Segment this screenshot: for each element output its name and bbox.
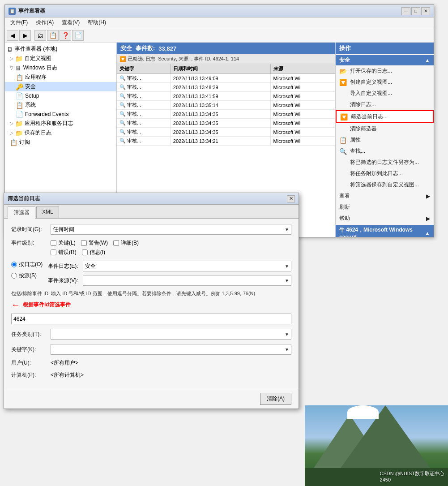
row-keyword: 🔍 审核... [117, 119, 170, 128]
maximize-button[interactable]: □ [411, 7, 420, 15]
action-save-filter[interactable]: 将筛选器保存到自定义视图... [336, 179, 434, 190]
action-import-view[interactable]: 导入自定义视图... [336, 88, 434, 99]
menu-view[interactable]: 查看(V) [58, 18, 83, 27]
error-checkbox[interactable] [51, 249, 56, 255]
task-category-combo[interactable]: ▼ [51, 329, 291, 340]
expand-icon: ▷ [10, 56, 15, 61]
props-icon: 📋 [339, 137, 347, 144]
row-source: Microsoft Wi [270, 74, 335, 83]
warning-label: 警告(W) [89, 239, 108, 247]
table-row[interactable]: 🔍 审核... 2022/11/13 13:49:09 Microsoft Wi [117, 74, 335, 83]
row-keyword: 🔍 审核... [117, 110, 170, 119]
check-warning[interactable]: 警告(W) [81, 239, 108, 247]
action-help[interactable]: 帮助 ▶ [336, 213, 434, 224]
action-refresh[interactable]: 刷新 [336, 202, 434, 213]
tree-windows-log[interactable]: ▽ 🖥 Windows 日志 [5, 63, 116, 73]
tree-subscriptions[interactable]: 📋 订阅 [5, 138, 116, 147]
action-view-label: 查看 [339, 192, 350, 200]
event-level-label: 事件级别: [11, 239, 47, 247]
event-level-row2: 错误(R) 信息(I) [51, 249, 291, 256]
page-button[interactable]: 📄 [72, 30, 84, 41]
menu-help[interactable]: 帮助(H) [84, 18, 110, 27]
table-row[interactable]: 🔍 审核... 2022/11/13 13:48:39 Microsoft Wi [117, 83, 335, 92]
tab-filter[interactable]: 筛选器 [8, 206, 35, 219]
menu-action[interactable]: 操作(A) [32, 18, 57, 27]
tree-security[interactable]: 🔑 安全 [5, 82, 116, 91]
dialog-close-button[interactable]: ✕ [287, 195, 295, 202]
tree-root[interactable]: 🖥 事件查看器 (本地) [5, 44, 116, 54]
check-detailed[interactable]: 详细(B) [113, 239, 139, 247]
check-info[interactable]: 信息(I) [82, 249, 105, 256]
record-time-combo[interactable]: 任何时间 ▼ [51, 224, 291, 235]
help-button[interactable]: ❓ [60, 30, 71, 41]
warning-checkbox[interactable] [81, 240, 87, 246]
forward-button[interactable]: ▶ [19, 30, 31, 41]
tree-system[interactable]: 📋 系统 [5, 100, 116, 110]
radio-by-source[interactable]: 按源(S) [11, 272, 43, 280]
action-save-filtered[interactable]: 将已筛选的日志文件另存为... [336, 157, 434, 168]
dialog-tabs: 筛选器 XML [4, 205, 299, 219]
table-row[interactable]: 🔍 审核... 2022/11/13 13:41:59 Microsoft Wi [117, 92, 335, 101]
folder-button[interactable]: 🗂 [34, 30, 46, 41]
tree-custom-views-label: 自定义视图 [25, 55, 51, 62]
table-row[interactable]: 🔍 审核... 2022/11/13 13:34:35 Microsoft Wi [117, 119, 335, 128]
task-category-row: 任务类别(T): ▼ [11, 329, 291, 340]
event-log-combo[interactable]: 安全 ▼ [83, 261, 291, 271]
info-checkbox[interactable] [82, 249, 88, 255]
dialog-title-bar: 筛选当前日志 ✕ [4, 193, 299, 205]
list-button[interactable]: 📋 [47, 30, 59, 41]
clear-button[interactable]: 清除(A) [260, 393, 291, 405]
row-datetime: 2022/11/13 13:48:39 [170, 83, 270, 92]
action-properties-label: 属性 [350, 136, 361, 144]
action-view[interactable]: 查看 ▶ [336, 190, 434, 202]
actions-panel: 操作 安全 ▲ 📂 打开保存的日志... 🔽 创建自定义视图... 导入自定义视… [335, 43, 434, 237]
row-datetime: 2022/11/13 13:34:35 [170, 119, 270, 128]
row-source: Microsoft Wi [270, 119, 335, 128]
action-attach-task[interactable]: 将任务附加到此日志... [336, 168, 434, 179]
table-row[interactable]: 🔍 审核... 2022/11/13 13:35:14 Microsoft Wi [117, 101, 335, 110]
detailed-checkbox[interactable] [113, 240, 119, 246]
table-row[interactable]: 🔍 审核... 2022/11/13 13:34:35 Microsoft Wi [117, 128, 335, 137]
tree-application[interactable]: 📋 应用程序 [5, 73, 116, 82]
tree-custom-views[interactable]: ▷ 📁 自定义视图 [5, 54, 116, 63]
bysource-radio[interactable] [11, 273, 17, 279]
tree-forwarded-events[interactable]: 📄 Forwarded Events [5, 110, 116, 119]
windows-icon: 🖥 [15, 65, 21, 72]
minimize-button[interactable]: ─ [401, 7, 410, 15]
keyword-combo[interactable]: ▼ [51, 344, 291, 355]
action-find[interactable]: 🔍 查找... [336, 146, 434, 157]
action-clear-log[interactable]: 清除日志... [336, 99, 434, 110]
filter-bar: 🔽 已筛选: 日志: Security; 来源: ; 事件 ID: 4624-1… [117, 54, 335, 64]
tree-application-label: 应用程序 [25, 73, 47, 81]
action-open-saved[interactable]: 📂 打开保存的日志... [336, 65, 434, 77]
tree-saved-logs[interactable]: ▷ 📁 保存的日志 [5, 128, 116, 138]
table-row[interactable]: 🔍 审核... 2022/11/13 13:34:21 Microsoft Wi [117, 137, 335, 146]
action-properties[interactable]: 📋 属性 [336, 134, 434, 146]
user-value: <所有用户> [51, 359, 78, 367]
action-create-view[interactable]: 🔽 创建自定义视图... [336, 77, 434, 88]
annotation-section: ← 根据事件id筛选事件 [11, 300, 291, 310]
tree-setup[interactable]: 📄 Setup [5, 91, 116, 100]
radio-by-log[interactable]: 按日志(O) [11, 261, 43, 268]
action-clear-filter[interactable]: 清除筛选器 [336, 123, 434, 134]
menu-bar: 文件(F) 操作(A) 查看(V) 帮助(H) [5, 17, 434, 28]
tree-app-service-logs[interactable]: ▷ 📁 应用程序和服务日志 [5, 119, 116, 128]
event-level-checkboxes2: 错误(R) 信息(I) [51, 249, 105, 256]
tab-xml[interactable]: XML [36, 206, 59, 218]
check-error[interactable]: 错误(R) [51, 249, 77, 256]
event-id-input[interactable] [11, 314, 291, 324]
event-source-sublabel: 事件来源(V): [48, 277, 79, 284]
attach-icon [339, 170, 347, 177]
check-critical[interactable]: 关键(L) [51, 239, 76, 247]
section1-title: 安全 [339, 56, 350, 64]
tree-windows-log-label: Windows 日志 [23, 64, 57, 72]
critical-checkbox[interactable] [51, 240, 56, 246]
bylog-radio[interactable] [11, 262, 17, 267]
action-filter-log[interactable]: 🔽 筛选当前日志... [336, 110, 434, 123]
menu-file[interactable]: 文件(F) [7, 18, 31, 27]
event-source-combo[interactable]: ▼ [83, 275, 291, 286]
back-button[interactable]: ◀ [7, 30, 18, 41]
table-row[interactable]: 🔍 审核... 2022/11/13 13:34:35 Microsoft Wi [117, 110, 335, 119]
close-button[interactable]: ✕ [421, 7, 430, 15]
submenu-arrow-help: ▶ [426, 215, 430, 222]
